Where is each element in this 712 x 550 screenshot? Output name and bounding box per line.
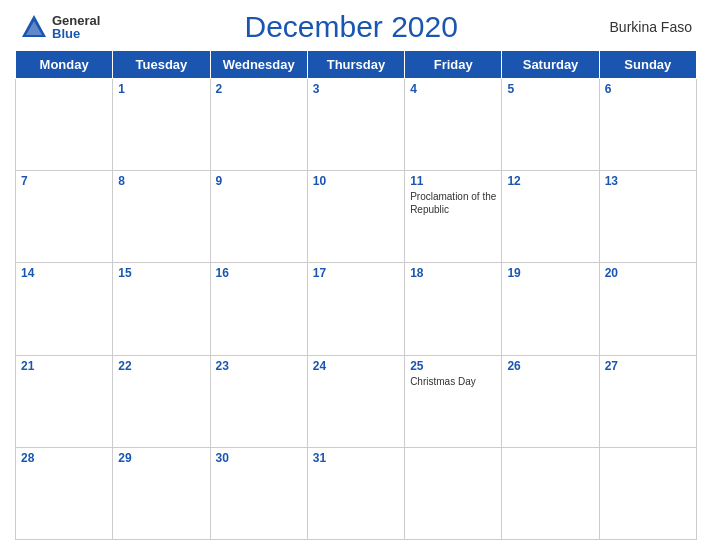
- date-number: 15: [118, 266, 204, 280]
- calendar-cell-w5-d7: [599, 447, 696, 539]
- week-row-4: 2122232425Christmas Day2627: [16, 355, 697, 447]
- date-number: 9: [216, 174, 302, 188]
- date-number: 12: [507, 174, 593, 188]
- calendar-cell-w5-d4: 31: [307, 447, 404, 539]
- days-header-row: Monday Tuesday Wednesday Thursday Friday…: [16, 51, 697, 79]
- date-number: 8: [118, 174, 204, 188]
- logo-blue: Blue: [52, 27, 100, 40]
- calendar-cell-w4-d2: 22: [113, 355, 210, 447]
- calendar-cell-w3-d1: 14: [16, 263, 113, 355]
- calendar-cell-w1-d7: 6: [599, 79, 696, 171]
- week-row-1: 123456: [16, 79, 697, 171]
- day-thursday: Thursday: [307, 51, 404, 79]
- calendar-cell-w4-d5: 25Christmas Day: [405, 355, 502, 447]
- calendar-cell-w5-d3: 30: [210, 447, 307, 539]
- date-number: 3: [313, 82, 399, 96]
- date-number: 20: [605, 266, 691, 280]
- calendar-cell-w2-d7: 13: [599, 171, 696, 263]
- calendar-cell-w2-d2: 8: [113, 171, 210, 263]
- calendar-cell-w3-d3: 16: [210, 263, 307, 355]
- date-number: 2: [216, 82, 302, 96]
- week-row-5: 28293031: [16, 447, 697, 539]
- calendar-cell-w1-d2: 1: [113, 79, 210, 171]
- calendar-cell-w4-d6: 26: [502, 355, 599, 447]
- day-friday: Friday: [405, 51, 502, 79]
- date-number: 16: [216, 266, 302, 280]
- calendar-cell-w5-d1: 28: [16, 447, 113, 539]
- day-wednesday: Wednesday: [210, 51, 307, 79]
- calendar-cell-w3-d6: 19: [502, 263, 599, 355]
- calendar-table: Monday Tuesday Wednesday Thursday Friday…: [15, 50, 697, 540]
- country-name: Burkina Faso: [602, 19, 692, 35]
- date-number: 29: [118, 451, 204, 465]
- calendar-title: December 2020: [100, 10, 602, 44]
- calendar-cell-w2-d3: 9: [210, 171, 307, 263]
- date-number: 24: [313, 359, 399, 373]
- week-row-2: 7891011Proclamation of the Republic1213: [16, 171, 697, 263]
- date-number: 22: [118, 359, 204, 373]
- calendar-cell-w1-d3: 2: [210, 79, 307, 171]
- calendar-cell-w2-d5: 11Proclamation of the Republic: [405, 171, 502, 263]
- calendar-cell-w2-d4: 10: [307, 171, 404, 263]
- date-number: 26: [507, 359, 593, 373]
- day-sunday: Sunday: [599, 51, 696, 79]
- calendar-cell-w2-d1: 7: [16, 171, 113, 263]
- logo-text: General Blue: [52, 14, 100, 40]
- date-number: 10: [313, 174, 399, 188]
- day-saturday: Saturday: [502, 51, 599, 79]
- calendar-cell-w4-d3: 23: [210, 355, 307, 447]
- date-number: 1: [118, 82, 204, 96]
- calendar-cell-w5-d5: [405, 447, 502, 539]
- date-number: 19: [507, 266, 593, 280]
- calendar-cell-w1-d1: [16, 79, 113, 171]
- date-number: 11: [410, 174, 496, 188]
- date-number: 18: [410, 266, 496, 280]
- day-tuesday: Tuesday: [113, 51, 210, 79]
- holiday-label: Christmas Day: [410, 375, 496, 388]
- calendar-cell-w3-d5: 18: [405, 263, 502, 355]
- date-number: 28: [21, 451, 107, 465]
- date-number: 31: [313, 451, 399, 465]
- calendar-cell-w3-d4: 17: [307, 263, 404, 355]
- calendar-cell-w5-d2: 29: [113, 447, 210, 539]
- date-number: 23: [216, 359, 302, 373]
- week-row-3: 14151617181920: [16, 263, 697, 355]
- date-number: 13: [605, 174, 691, 188]
- holiday-label: Proclamation of the Republic: [410, 190, 496, 216]
- calendar-cell-w2-d6: 12: [502, 171, 599, 263]
- date-number: 27: [605, 359, 691, 373]
- logo: General Blue: [20, 13, 100, 41]
- date-number: 25: [410, 359, 496, 373]
- calendar-cell-w4-d4: 24: [307, 355, 404, 447]
- date-number: 17: [313, 266, 399, 280]
- logo-icon: [20, 13, 48, 41]
- date-number: 7: [21, 174, 107, 188]
- calendar-cell-w1-d5: 4: [405, 79, 502, 171]
- date-number: 6: [605, 82, 691, 96]
- page-header: General Blue December 2020 Burkina Faso: [15, 10, 697, 44]
- calendar-cell-w5-d6: [502, 447, 599, 539]
- date-number: 21: [21, 359, 107, 373]
- date-number: 5: [507, 82, 593, 96]
- date-number: 4: [410, 82, 496, 96]
- calendar-cell-w1-d6: 5: [502, 79, 599, 171]
- calendar-cell-w3-d2: 15: [113, 263, 210, 355]
- calendar-cell-w1-d4: 3: [307, 79, 404, 171]
- calendar-cell-w4-d1: 21: [16, 355, 113, 447]
- date-number: 30: [216, 451, 302, 465]
- date-number: 14: [21, 266, 107, 280]
- calendar-cell-w4-d7: 27: [599, 355, 696, 447]
- calendar-cell-w3-d7: 20: [599, 263, 696, 355]
- day-monday: Monday: [16, 51, 113, 79]
